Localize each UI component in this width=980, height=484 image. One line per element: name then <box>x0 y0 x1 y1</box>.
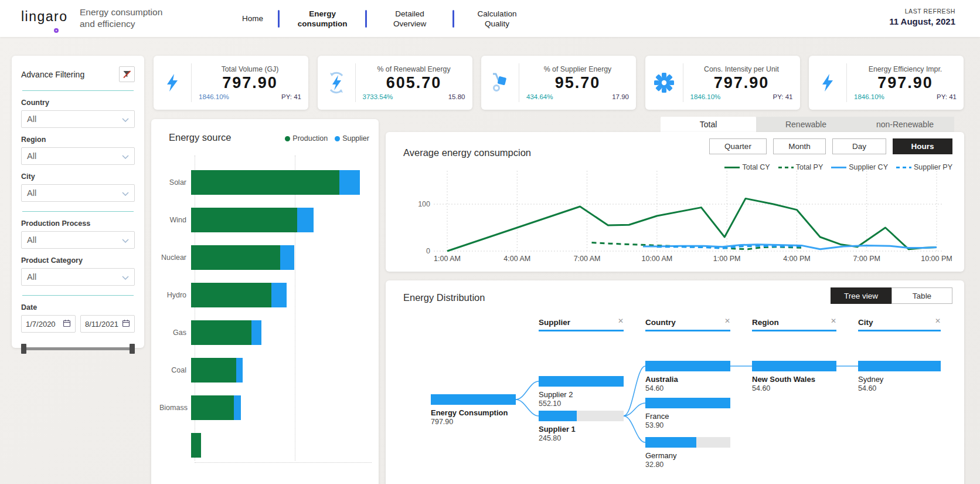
tree-node-bar-fill <box>539 376 624 387</box>
bar-track <box>191 208 372 232</box>
bar-row-biomass: Biomass <box>159 389 372 427</box>
kpi-card-total-volume-gj: Total Volume (GJ) 797.90 1846.10% PY: 41 <box>154 56 308 110</box>
filter-select-city[interactable]: All <box>21 184 135 202</box>
selected-value: All <box>27 235 36 245</box>
tree-node-value: 552.10 <box>539 400 624 408</box>
kpi-sub-right: 17.90 <box>612 93 629 100</box>
calendar-icon[interactable] <box>63 319 71 329</box>
supplier-bar-segment <box>236 358 243 383</box>
bar-category-label: Wind <box>159 216 191 224</box>
slider-handle-end[interactable] <box>130 344 135 354</box>
production-bar-segment <box>191 170 339 195</box>
lightning-icon <box>809 56 846 110</box>
tree-node-value: 54.60 <box>752 384 836 392</box>
lingaro-logo: lingaro <box>21 9 68 25</box>
tree-node-bar[interactable] <box>752 361 836 371</box>
filter-label-product-category: Product Category <box>21 256 135 265</box>
tree-node-label: France <box>645 412 730 421</box>
kpi-value: 605.70 <box>363 74 465 92</box>
filter-label-production-process: Production Process <box>21 219 135 228</box>
tree-node-label: New South Wales <box>752 375 836 384</box>
supplier-bar-segment <box>280 245 294 270</box>
tree-node-bar[interactable] <box>645 361 730 371</box>
filter-label-country: Country <box>21 99 135 107</box>
production-bar-segment <box>191 320 251 345</box>
tree-node-bar[interactable] <box>645 437 730 448</box>
tree-node-bar-fill <box>752 361 836 371</box>
tree-node-label: Supplier 2 <box>539 390 624 399</box>
tree-node-bar-fill <box>645 437 696 448</box>
tree-node-supplier2: Supplier 2 552.10 <box>539 376 624 408</box>
supplier-bar-segment <box>297 208 314 232</box>
kpi-value: 95.70 <box>526 74 629 92</box>
date-filter-label: Date <box>21 303 135 312</box>
tree-node-france: France 53.90 <box>645 398 730 429</box>
production-bar-segment <box>191 208 297 232</box>
bar-row-wind: Wind <box>159 201 372 239</box>
chevron-down-icon <box>122 151 129 161</box>
date-range-slider[interactable] <box>21 343 135 354</box>
last-refresh-label: LAST REFRESH <box>889 8 955 15</box>
bar-row-coal: Coal <box>159 351 372 389</box>
date-end-input[interactable]: 8/11/2021 <box>80 315 135 333</box>
bar-category-label: Hydro <box>159 291 191 299</box>
kpi-sub-left: 1846.10% <box>854 93 884 100</box>
calendar-icon[interactable] <box>122 319 130 329</box>
nav-item-calculation-quality[interactable]: Calculation Quality <box>454 9 540 29</box>
kpi-title: Energy Efficiency Impr. <box>854 65 957 73</box>
clear-filters-button[interactable] <box>119 66 135 82</box>
date-start-input[interactable]: 1/7/2020 <box>21 315 76 333</box>
chevron-down-icon <box>122 114 129 124</box>
tab-total[interactable]: Total <box>661 117 756 132</box>
bar-category-label: Gas <box>159 329 191 337</box>
line-chart-plot: 1:00 AM4:00 AM7:00 AM10:00 AM1:00 PM4:00… <box>386 132 964 272</box>
x-axis-label: 10:00 PM <box>921 255 952 263</box>
nav-item-energy-consumption[interactable]: Energy consumption <box>280 9 365 29</box>
tree-node-bar[interactable] <box>539 376 624 387</box>
supplier-bar-segment <box>271 283 287 307</box>
advance-filtering-panel: Advance Filtering CountryAll RegionAll C… <box>12 56 144 348</box>
kpi-sub-right: PY: 41 <box>281 93 301 100</box>
tree-link-supplier1-germany <box>624 416 645 442</box>
nav-item-detailed-overview[interactable]: Detailed Overview <box>367 9 452 29</box>
tree-node-value: 32.80 <box>645 461 730 469</box>
y-axis-label: 0 <box>426 247 430 255</box>
series-line-total-cy <box>447 198 937 251</box>
production-bar-segment <box>191 358 236 383</box>
tree-node-value: 245.80 <box>539 434 624 442</box>
tree-node-root: Energy Consumption 797.90 <box>431 394 516 426</box>
slider-handle-start[interactable] <box>21 344 26 354</box>
kpi-sub-right: PY: 41 <box>773 93 793 100</box>
chevron-down-icon <box>122 235 129 245</box>
filter-select-region[interactable]: All <box>21 147 135 165</box>
selected-value: All <box>27 151 36 161</box>
filter-select-product-category[interactable]: All <box>21 268 135 286</box>
tab-non-renewable[interactable]: non-Renewable <box>856 117 954 132</box>
gear-icon <box>645 56 683 110</box>
legend-dot <box>335 136 340 141</box>
kpi-value: 797.90 <box>199 74 301 92</box>
filter-select-country[interactable]: All <box>21 110 135 128</box>
tree-node-supplier1: Supplier 1 245.80 <box>539 411 624 442</box>
logo-text: lingaro <box>21 9 68 24</box>
legend-dot <box>285 136 290 141</box>
nav-item-home[interactable]: Home <box>227 13 278 23</box>
tree-node-bar[interactable] <box>645 398 730 408</box>
tab-renewable[interactable]: Renewable <box>756 117 856 132</box>
bar-row-solar: Solar <box>159 164 372 201</box>
energy-source-legend: Production Supplier <box>285 134 369 143</box>
tree-node-label: Sydney <box>858 375 941 384</box>
x-axis-label: 10:00 AM <box>641 255 672 263</box>
filter-select-production-process[interactable]: All <box>21 231 135 249</box>
tree-node-label: Australia <box>645 375 730 384</box>
divider <box>22 295 134 296</box>
bar-row-gas: Gas <box>159 314 372 351</box>
tree-node-bar[interactable] <box>858 361 941 371</box>
slider-track[interactable] <box>21 347 135 350</box>
tree-node-bar[interactable] <box>539 411 624 421</box>
bar-category-label: Biomass <box>159 404 191 412</box>
tree-node-label: Supplier 1 <box>539 425 624 434</box>
chevron-down-icon <box>122 272 129 282</box>
tree-node-bar[interactable] <box>431 394 516 405</box>
bar-track <box>191 320 372 345</box>
